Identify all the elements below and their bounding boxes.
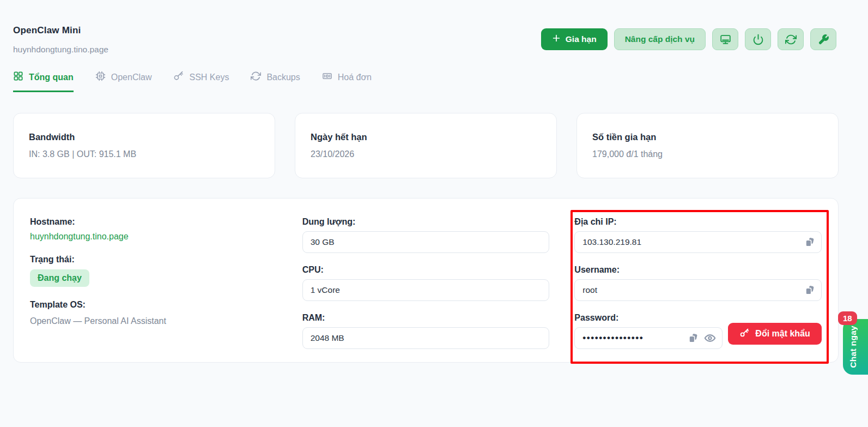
disk-input-wrap [302,231,550,253]
ip-field: Địa chỉ IP: [574,217,822,253]
ram-input-wrap [302,327,550,349]
username-input-wrap [574,279,822,301]
stat-value: 23/10/2026 [311,149,541,159]
refresh-icon [785,34,797,45]
stat-title: Bandwidth [29,132,259,142]
status-label: Trạng thái: [30,255,277,264]
ram-input[interactable] [302,327,550,349]
monitor-icon [720,34,731,45]
disk-input[interactable] [302,231,550,253]
disk-label: Dung lượng: [302,217,550,227]
chat-widget-tab[interactable]: Chat ngay 18 [843,319,868,375]
username-label: Username: [574,265,822,275]
tab-label: Hoá đơn [338,73,372,82]
tools-button[interactable] [810,28,836,50]
change-password-button[interactable]: Đổi mật khẩu [728,323,821,345]
copy-icon[interactable] [803,284,815,296]
eye-icon[interactable] [704,332,716,344]
status-badge: Đang chạy [30,269,89,287]
cpu-icon [95,71,106,83]
hostname-group: Hostname: huynhdongtung.tino.page [30,217,277,242]
tab-bar: Tổng quan OpenClaw SSH Keys Backups Hoá … [0,71,868,92]
template-os-value: OpenClaw — Personal AI Assistant [30,316,277,326]
stat-title: Số tiền gia hạn [592,132,823,142]
banknote-icon [322,71,332,83]
key-icon [173,71,184,83]
cpu-input[interactable] [302,279,550,301]
copy-icon[interactable] [803,236,815,248]
tab-tong-quan[interactable]: Tổng quan [13,71,74,92]
expiry-date-card: Ngày hết hạn 23/10/2026 [295,113,557,178]
cpu-field: CPU: [302,265,550,301]
ip-label: Địa chỉ IP: [574,217,822,227]
header-actions: Gia hạn Nâng cấp dịch vụ [541,28,836,50]
console-button[interactable] [712,28,738,50]
page-subtitle: huynhdongtung.tino.page [13,45,108,55]
chat-widget-label: Chat ngay [848,326,858,368]
tab-label: Tổng quan [29,73,74,82]
hostname-label: Hostname: [30,217,277,227]
power-button[interactable] [745,28,771,50]
renewal-price-card: Số tiền gia hạn 179,000 đ/1 tháng [576,113,839,178]
stat-title: Ngày hết hạn [311,132,541,142]
grid-icon [13,71,23,83]
change-password-label: Đổi mật khẩu [755,329,810,339]
cpu-label: CPU: [302,265,550,275]
bandwidth-card: Bandwidth IN: 3.8 GB | OUT: 915.1 MB [13,113,275,178]
ip-input-wrap [574,231,822,253]
template-group: Template OS: OpenClaw — Personal AI Assi… [30,300,277,326]
password-row: Đổi mật khẩu [574,323,822,349]
refresh-button[interactable] [778,28,804,50]
tab-backups[interactable]: Backups [251,71,300,92]
tab-hoa-don[interactable]: Hoá đơn [322,71,372,92]
copy-icon[interactable] [687,332,699,344]
resources-column: Dung lượng: CPU: RAM: [302,217,550,362]
stat-value: 179,000 đ/1 tháng [592,149,823,159]
tools-icon [818,34,829,45]
tab-label: OpenClaw [111,73,152,82]
key-icon [739,328,749,340]
access-column: Địa chỉ IP: Username: [574,217,822,362]
tab-openclaw[interactable]: OpenClaw [95,71,152,92]
ram-label: RAM: [302,313,550,323]
chat-unread-badge: 18 [838,311,857,325]
power-icon [752,34,764,45]
upgrade-service-button[interactable]: Nâng cấp dịch vụ [614,28,706,50]
service-detail-page: OpenClaw Mini huynhdongtung.tino.page Gi… [0,0,868,427]
ip-input[interactable] [574,231,822,253]
password-label: Password: [574,313,822,323]
tab-label: Backups [266,73,300,82]
upgrade-button-label: Nâng cấp dịch vụ [625,34,695,44]
tab-label: SSH Keys [189,73,229,82]
cpu-input-wrap [302,279,550,301]
ram-field: RAM: [302,313,550,349]
title-block: OpenClaw Mini huynhdongtung.tino.page [13,25,108,55]
stat-value: IN: 3.8 GB | OUT: 915.1 MB [29,149,259,159]
service-detail-card: Hostname: huynhdongtung.tino.page Trạng … [13,198,839,363]
tab-ssh-keys[interactable]: SSH Keys [173,71,229,92]
username-field: Username: [574,265,822,301]
password-field: Password: [574,313,822,349]
sync-icon [251,71,261,83]
general-info-column: Hostname: huynhdongtung.tino.page Trạng … [30,217,277,362]
stat-cards: Bandwidth IN: 3.8 GB | OUT: 915.1 MB Ngà… [13,113,839,178]
disk-field: Dung lượng: [302,217,550,253]
header: OpenClaw Mini huynhdongtung.tino.page Gi… [0,0,868,55]
template-os-label: Template OS: [30,300,277,310]
page-title: OpenClaw Mini [13,25,108,36]
hostname-link[interactable]: huynhdongtung.tino.page [30,232,129,242]
plus-icon [552,34,561,45]
renew-button[interactable]: Gia hạn [541,28,608,50]
username-input[interactable] [574,279,822,301]
renew-button-label: Gia hạn [566,34,597,44]
status-group: Trạng thái: Đang chạy [30,255,277,287]
password-input-wrap [574,327,723,349]
